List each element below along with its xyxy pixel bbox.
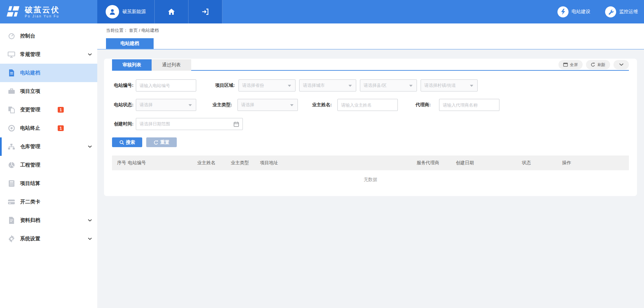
briefcase-icon: [7, 88, 15, 95]
breadcrumb-home[interactable]: 首页: [129, 28, 138, 33]
brand-title: 破茧云伏: [25, 5, 60, 14]
sidebar-item-archive[interactable]: 资料归档: [0, 211, 97, 230]
sidebar-item-project-initiation[interactable]: 项目立项: [0, 82, 97, 101]
collapse-button[interactable]: [613, 60, 629, 69]
logout-icon: [202, 8, 209, 15]
home-button[interactable]: [155, 0, 189, 23]
col-seq: 序号: [117, 156, 126, 170]
col-owner-type: 业主类型: [231, 156, 249, 170]
calendar-icon: [233, 121, 239, 127]
chevron-down-icon: [88, 145, 92, 148]
date-range-input[interactable]: 请选择日期范围: [136, 118, 243, 130]
caret-down-icon: [288, 85, 291, 87]
breadcrumb: 当前位置： 首页 / 电站建档: [106, 27, 159, 34]
sidebar-item-engineering-mgmt[interactable]: 工程管理: [0, 156, 97, 174]
col-project-address: 项目地址: [260, 156, 278, 170]
district-select[interactable]: 请选择县/区: [360, 79, 417, 91]
topbar-nav: 电站建设 监控运维: [557, 0, 638, 23]
brand-logo: 破茧云伏 Po Jian Yun Fu: [0, 0, 97, 23]
col-owner-name: 业主姓名: [197, 156, 215, 170]
caret-down-icon: [189, 104, 192, 106]
tab-approved-list[interactable]: 通过列表: [152, 59, 191, 71]
col-service-agent: 服务代理商: [417, 156, 439, 170]
sitemap-icon: [7, 143, 15, 150]
empty-state-text: 无数据: [104, 177, 637, 183]
brand-subtitle: Po Jian Yun Fu: [25, 14, 60, 18]
col-create-date: 创建日期: [456, 156, 474, 170]
sidebar-item-station-termination[interactable]: 电站终止 1: [0, 119, 97, 137]
logout-button[interactable]: [189, 0, 222, 23]
breadcrumb-separator: /: [139, 28, 141, 33]
search-button[interactable]: 搜索: [112, 137, 142, 147]
station-status-select[interactable]: 请选择: [136, 99, 196, 111]
topbar: 破茧云伏 Po Jian Yun Fu 破茧新能源: [0, 0, 644, 23]
nav-station-construction[interactable]: 电站建设: [557, 6, 590, 17]
sidebar-item-project-settlement[interactable]: 项目结算: [0, 174, 97, 193]
gear-icon: [7, 235, 15, 242]
station-status-label: 电站状态:: [112, 99, 133, 111]
calculator-icon: [7, 180, 15, 187]
sidebar-item-station-filing[interactable]: 电站建档: [0, 64, 97, 82]
col-station-code: 电站编号: [128, 156, 146, 170]
page-tab-station-filing[interactable]: 电站建档: [106, 38, 154, 49]
col-status: 状态: [522, 156, 531, 170]
wrench-icon: [605, 6, 616, 17]
breadcrumb-current: 电站建档: [142, 28, 159, 33]
home-icon: [168, 8, 175, 15]
panel-toolbar: 全屏 刷新: [558, 60, 629, 69]
reset-button[interactable]: 重置: [146, 137, 177, 147]
project-region-label: 项目区域:: [209, 79, 235, 91]
city-select[interactable]: 请选择城市: [299, 79, 356, 91]
notification-badge: 1: [58, 125, 64, 131]
caret-down-icon: [290, 104, 293, 106]
village-select[interactable]: 请选择村镇/街道: [421, 79, 478, 91]
chevron-down-icon: [88, 238, 92, 240]
main-panel: 审核列表 通过列表 全屏 刷新 电站编号: 项目区域: 请选择省份 请选择城市 …: [104, 59, 637, 196]
user-icon: [108, 8, 116, 16]
chevron-down-icon: [88, 53, 92, 56]
breadcrumb-prefix: 当前位置：: [106, 28, 128, 33]
breadcrumb-strip: 当前位置： 首页 / 电站建档 电站建档: [97, 23, 644, 50]
dashboard-pie-icon: [7, 162, 15, 169]
owner-type-select[interactable]: 请选择: [237, 99, 298, 111]
fullscreen-button[interactable]: 全屏: [558, 60, 583, 69]
col-actions: 操作: [562, 156, 571, 170]
caret-down-icon: [470, 85, 473, 87]
refresh-button[interactable]: 刷新: [586, 60, 610, 69]
caret-down-icon: [348, 85, 352, 87]
gauge-icon: [7, 33, 15, 40]
sidebar-item-change-mgmt[interactable]: 变更管理 1: [0, 101, 97, 119]
sidebar-item-console[interactable]: 控制台: [0, 27, 97, 45]
archive-document-icon: [7, 217, 15, 224]
agent-input[interactable]: [439, 99, 499, 111]
avatar: [106, 5, 119, 18]
table-header: 序号 电站编号 业主姓名 业主类型 项目地址 服务代理商 创建日期 状态 操作: [112, 156, 629, 170]
notification-badge: 1: [58, 107, 64, 113]
sidebar-item-general-mgmt[interactable]: 常规管理: [0, 45, 97, 64]
sidebar-item-warehouse-mgmt[interactable]: 仓库管理: [0, 137, 97, 156]
nav-monitoring-ops[interactable]: 监控运维: [605, 6, 638, 17]
sidebar-item-open-type2-card[interactable]: 开二类卡: [0, 193, 97, 211]
monitor-icon: [7, 51, 15, 58]
card-icon: [7, 199, 15, 205]
province-select[interactable]: 请选择省份: [238, 79, 296, 91]
search-icon: [119, 140, 124, 145]
user-menu[interactable]: 破茧新能源: [97, 0, 155, 23]
circle-dot-icon: [7, 125, 15, 132]
owner-name-label: 业主姓名:: [310, 99, 332, 111]
owner-type-label: 业主类型:: [209, 99, 232, 111]
station-code-input[interactable]: [136, 79, 196, 91]
agent-label: 代理商:: [413, 99, 431, 111]
sidebar-item-system-settings[interactable]: 系统设置: [0, 230, 97, 248]
fullscreen-icon: [563, 63, 568, 67]
tab-review-list[interactable]: 审核列表: [112, 59, 152, 71]
company-name: 破茧新能源: [122, 9, 146, 15]
document-icon: [7, 69, 15, 76]
owner-name-input[interactable]: [337, 99, 398, 111]
chevron-down-icon: [619, 63, 624, 66]
refresh-icon: [591, 62, 595, 67]
copy-pages-icon: [7, 106, 15, 113]
lightning-icon: [557, 6, 569, 17]
brand-logo-icon: [6, 5, 21, 18]
chevron-down-icon: [88, 219, 92, 222]
